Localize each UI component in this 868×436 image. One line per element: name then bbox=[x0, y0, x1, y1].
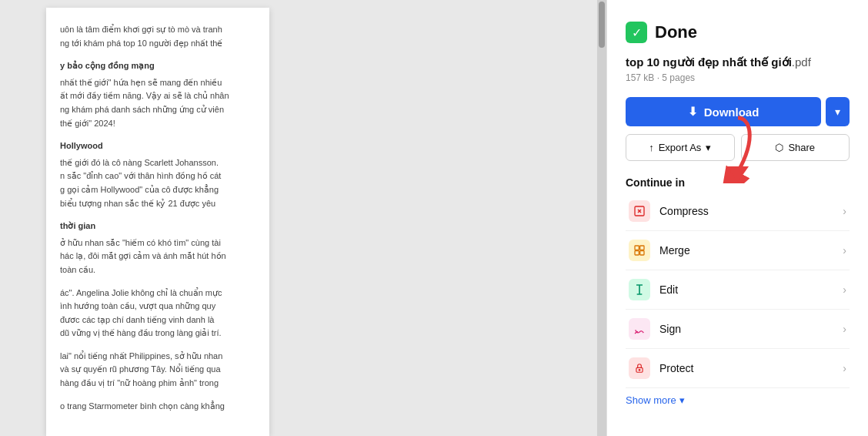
scrollbar-thumb[interactable] bbox=[599, 2, 605, 48]
sign-icon bbox=[629, 318, 650, 340]
protect-chevron: › bbox=[843, 362, 846, 374]
show-more-label: Show more bbox=[626, 394, 676, 406]
svg-rect-8 bbox=[640, 251, 644, 255]
file-name-text: top 10 người đẹp nhất thế giới bbox=[626, 55, 792, 69]
svg-point-10 bbox=[639, 369, 640, 371]
edit-chevron: › bbox=[843, 283, 846, 296]
done-icon: ✓ bbox=[626, 22, 647, 43]
merge-label: Merge bbox=[659, 244, 833, 257]
compress-label: Compress bbox=[659, 205, 833, 217]
svg-rect-5 bbox=[635, 246, 639, 250]
export-icon: ↑ bbox=[649, 142, 654, 153]
share-label: Share bbox=[788, 142, 815, 153]
pdf-text-7: o trang Starmometer bình chọn càng khẳng bbox=[60, 400, 255, 414]
share-icon: ⬡ bbox=[775, 142, 783, 153]
tool-edit[interactable]: Edit › bbox=[626, 270, 850, 310]
file-ext: .pdf bbox=[792, 55, 811, 69]
pdf-text-3: thế giới đó là cô nàng Scarlett Johansso… bbox=[60, 156, 255, 210]
show-more-button[interactable]: Show more ▾ bbox=[626, 394, 850, 406]
file-meta: 157 kB · 5 pages bbox=[626, 72, 850, 83]
download-row: ⬇ Download ▾ bbox=[626, 97, 850, 126]
share-button[interactable]: ⬡ Share bbox=[741, 134, 850, 161]
tool-protect[interactable]: Protect › bbox=[626, 349, 850, 388]
pdf-section-2-title: y bảo cộng đồng mạng bbox=[60, 59, 255, 73]
pdf-preview-panel: uôn là tâm điểm khơi gợi sự tò mò và tra… bbox=[0, 0, 606, 436]
pdf-text-4: ở hữu nhan sắc "hiếm có khó tìm" cùng tà… bbox=[60, 236, 255, 277]
protect-label: Protect bbox=[659, 362, 833, 374]
compress-icon bbox=[629, 200, 650, 222]
pdf-document: uôn là tâm điểm khơi gợi sự tò mò và tra… bbox=[46, 8, 269, 436]
action-row: ↑ Export As ▾ ⬡ Share bbox=[626, 134, 850, 161]
right-panel: ✓ Done top 10 người đẹp nhất thế giới.pd… bbox=[606, 0, 868, 436]
export-dropdown-icon: ▾ bbox=[706, 142, 711, 153]
dropdown-icon: ▾ bbox=[835, 106, 840, 118]
tool-merge[interactable]: Merge › bbox=[626, 231, 850, 270]
pdf-text-2: nhất thế giới" hứa hẹn sẽ mang đến nhiều… bbox=[60, 76, 255, 130]
pdf-section-3-title: Hollywood bbox=[60, 139, 255, 153]
pdf-text-6: lai" nổi tiếng nhất Philippines, sở hữu … bbox=[60, 350, 255, 391]
tool-sign[interactable]: Sign › bbox=[626, 310, 850, 349]
edit-label: Edit bbox=[659, 283, 833, 296]
merge-chevron: › bbox=[843, 244, 846, 257]
scrollbar[interactable] bbox=[597, 0, 606, 436]
compress-chevron: › bbox=[843, 205, 846, 217]
file-name: top 10 người đẹp nhất thế giới.pdf bbox=[626, 55, 850, 69]
download-button[interactable]: ⬇ Download bbox=[626, 97, 821, 126]
continue-in-label: Continue in bbox=[626, 176, 850, 189]
download-icon: ⬇ bbox=[688, 105, 698, 119]
sign-label: Sign bbox=[659, 323, 833, 335]
tool-compress[interactable]: Compress › bbox=[626, 192, 850, 231]
sign-chevron: › bbox=[843, 323, 846, 335]
show-more-icon: ▾ bbox=[679, 394, 685, 406]
merge-icon bbox=[629, 240, 650, 261]
download-label: Download bbox=[704, 106, 760, 119]
export-button[interactable]: ↑ Export As ▾ bbox=[626, 134, 735, 161]
edit-icon bbox=[629, 279, 650, 300]
download-dropdown-button[interactable]: ▾ bbox=[826, 97, 850, 126]
pdf-text-5: ác". Angelina Jolie không chỉ là chuẩn m… bbox=[60, 287, 255, 340]
svg-rect-6 bbox=[640, 246, 644, 250]
pdf-text-1: uôn là tâm điểm khơi gợi sự tò mò và tra… bbox=[60, 23, 255, 50]
pdf-section-4-title: thời gian bbox=[60, 220, 255, 233]
done-text: Done bbox=[655, 22, 697, 42]
done-header: ✓ Done bbox=[626, 22, 850, 43]
svg-rect-7 bbox=[635, 251, 639, 255]
export-label: Export As bbox=[659, 142, 702, 153]
protect-icon bbox=[629, 357, 650, 379]
